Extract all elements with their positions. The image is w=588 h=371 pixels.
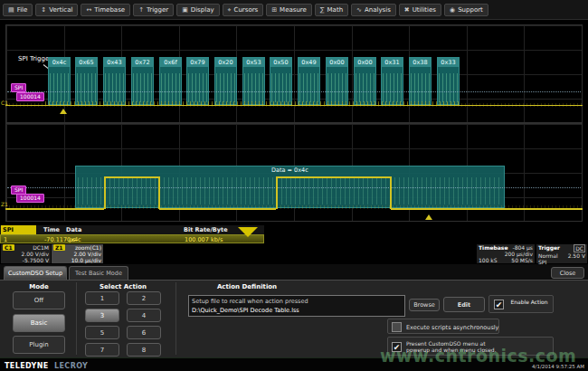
zoom-level-line xyxy=(7,187,581,188)
decode-byte-box: 0x4c xyxy=(48,57,71,105)
menu-support[interactable]: ◉Support xyxy=(444,4,488,16)
vertical-icon: ↕ xyxy=(41,6,46,14)
measure-icon: ⊞ xyxy=(271,6,277,14)
brand-lecroy: LECROY xyxy=(54,362,88,370)
z1-waveform xyxy=(390,176,392,209)
z1-waveform xyxy=(104,176,159,178)
menu-trigger[interactable]: ↑Trigger xyxy=(133,4,174,16)
mode-header: Mode xyxy=(13,283,65,290)
edit-button[interactable]: Edit xyxy=(443,297,485,312)
z1-waveform xyxy=(276,176,278,209)
analysis-icon: ∿ xyxy=(356,6,362,14)
trace2-id-tag[interactable]: 100014 xyxy=(16,194,44,203)
math-icon: ∑ xyxy=(320,6,325,14)
z1-waveform xyxy=(158,176,160,209)
action-1-button[interactable]: 1 xyxy=(85,291,119,305)
async-scripts-control: Execute scripts asynchronously xyxy=(387,319,499,334)
action-8-button[interactable]: 8 xyxy=(127,343,161,357)
menu-analysis[interactable]: ∿Analysis xyxy=(351,4,396,16)
spi-trigger-annotation: SPI Trigger xyxy=(18,55,52,62)
decode-table-row[interactable]: 1 -70.117 µs 0x4c 100.007 kb/s xyxy=(0,234,264,243)
select-action-header: Select Action xyxy=(81,283,165,290)
tab-customdso-setup[interactable]: CustomDSO Setup xyxy=(4,266,67,280)
zoom-trigger-marker xyxy=(425,214,432,220)
decode-byte-box: 0x53 xyxy=(242,57,265,105)
menu-file[interactable]: ▤File xyxy=(3,4,33,16)
decode-level-line xyxy=(7,91,581,92)
trigger-descriptor[interactable]: TriggerDC Normal2.50 V SPI xyxy=(536,244,587,263)
menu-cursors[interactable]: ⌖Cursors xyxy=(223,4,264,16)
decode-byte-box: 0x20 xyxy=(214,57,237,105)
table-expand-arrow-icon[interactable] xyxy=(238,227,258,237)
c1-waveform-noise xyxy=(5,103,583,107)
decode-byte-box: 0x33 xyxy=(437,57,460,105)
decode-byte-box: 0x49 xyxy=(298,57,320,105)
trigger-icon: ↑ xyxy=(138,6,144,14)
async-scripts-checkbox[interactable] xyxy=(392,322,402,332)
decode-byte-box: 0x38 xyxy=(409,57,432,105)
zoom-byte-annotation: Data = 0x4c xyxy=(271,166,308,174)
file-icon: ▤ xyxy=(8,6,14,14)
decode-byte-box: 0x50 xyxy=(270,57,292,105)
menu-utilities[interactable]: ✖Utilities xyxy=(399,4,441,16)
decode-byte-box: 0x6f xyxy=(159,57,182,105)
menu-timebase[interactable]: ↔Timebase xyxy=(81,4,130,16)
action-7-button[interactable]: 7 xyxy=(85,343,119,357)
action-2-button[interactable]: 2 xyxy=(127,291,161,305)
c1-descriptor[interactable]: C1DC1M 2.00 V/div -5.7500 V xyxy=(1,244,51,263)
menu-display[interactable]: ▣Display xyxy=(176,4,219,16)
z1-waveform xyxy=(276,176,391,178)
decode-table-header: SPI Time Data Bit Rate/Byte xyxy=(0,225,264,234)
tab-test-basic-mode[interactable]: Test Basic Mode xyxy=(69,266,128,280)
mode-off-button[interactable]: Off xyxy=(13,291,65,309)
watermark: www.cntronics.com xyxy=(380,346,576,366)
setup-file-path: D:\Quick_Demo\SPI Decode Table.lss xyxy=(192,306,402,315)
decode-byte-box: 0x65 xyxy=(75,57,98,105)
timebase-descriptor[interactable]: Timebase-804 µs 200 µs/div 100 kS50 MS/s xyxy=(477,244,535,263)
z1-channel-marker: Z1 xyxy=(1,201,8,207)
browse-button[interactable]: Browse xyxy=(409,299,440,311)
decode-byte-box: 0x79 xyxy=(186,57,209,105)
c1-channel-marker: C1 xyxy=(1,100,8,106)
close-button[interactable]: Close xyxy=(551,267,584,279)
timebase-icon: ↔ xyxy=(86,6,91,14)
action-6-button[interactable]: 6 xyxy=(127,326,161,339)
menu-vertical[interactable]: ↕Vertical xyxy=(35,4,78,16)
action-4-button[interactable]: 4 xyxy=(127,309,161,322)
utilities-icon: ✖ xyxy=(404,6,410,14)
menu-math[interactable]: ∑Math xyxy=(315,4,348,16)
z1-waveform-noise xyxy=(5,205,583,209)
action-definition-header: Action Definition xyxy=(188,283,306,290)
setup-file-field[interactable]: Setup file to recall when action pressed… xyxy=(188,295,405,317)
brand-teledyne: TELEDYNE xyxy=(5,362,49,370)
trace1-spi-tag[interactable]: SPI xyxy=(11,83,26,92)
enable-action-checkbox[interactable]: ✔ xyxy=(494,300,504,309)
trace1-id-tag[interactable]: 100014 xyxy=(16,92,44,101)
decode-byte-box: 0x00 xyxy=(326,57,348,105)
z1-waveform xyxy=(104,176,106,209)
mode-plugin-button[interactable]: Plugin xyxy=(13,336,65,354)
menu-bar: ▤File ↕Vertical ↔Timebase ↑Trigger ▣Disp… xyxy=(0,0,588,20)
trigger-position-marker xyxy=(60,109,67,114)
enable-action-control: ✔ Enable Action xyxy=(488,295,554,313)
decode-table-title: SPI xyxy=(1,225,36,234)
cursors-icon: ⌖ xyxy=(228,6,232,14)
decode-byte-box: 0x31 xyxy=(381,57,403,105)
action-3-button[interactable]: 3 xyxy=(85,309,119,322)
action-5-button[interactable]: 5 xyxy=(85,326,119,339)
oscilloscope-screen: ▤File ↕Vertical ↔Timebase ↑Trigger ▣Disp… xyxy=(0,0,588,371)
display-icon: ▣ xyxy=(182,6,188,14)
decode-byte-box: 0x00 xyxy=(354,57,376,105)
mode-basic-button[interactable]: Basic xyxy=(13,314,65,332)
decode-byte-box: 0x72 xyxy=(131,57,154,105)
support-icon: ◉ xyxy=(450,6,455,14)
decode-byte-box: 0x43 xyxy=(103,57,126,105)
menu-measure[interactable]: ⊞Measure xyxy=(266,4,312,16)
z1-descriptor[interactable]: Z1zoom(C1) 2.00 V/div 10.0 µs/div xyxy=(52,244,103,263)
